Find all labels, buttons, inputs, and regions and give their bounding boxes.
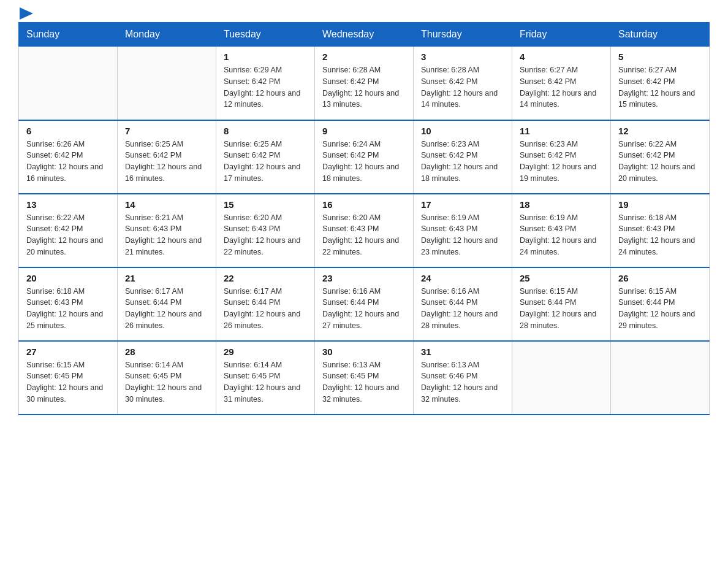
day-info: Sunrise: 6:28 AMSunset: 6:42 PMDaylight:…	[421, 64, 504, 110]
day-info: Sunrise: 6:27 AMSunset: 6:42 PMDaylight:…	[618, 64, 702, 110]
day-info: Sunrise: 6:28 AMSunset: 6:42 PMDaylight:…	[322, 64, 406, 110]
day-number: 4	[520, 52, 603, 62]
day-number: 25	[520, 273, 603, 283]
day-number: 22	[224, 273, 307, 283]
week-row: 1Sunrise: 6:29 AMSunset: 6:42 PMDaylight…	[19, 47, 710, 120]
day-info: Sunrise: 6:27 AMSunset: 6:42 PMDaylight:…	[520, 64, 603, 110]
logo-arrow-icon	[20, 7, 33, 20]
day-of-week-header: Monday	[118, 23, 216, 47]
calendar-cell: 24Sunrise: 6:16 AMSunset: 6:44 PMDayligh…	[414, 267, 512, 341]
page-header	[18, 12, 710, 16]
calendar-cell: 13Sunrise: 6:22 AMSunset: 6:42 PMDayligh…	[19, 194, 118, 267]
day-info: Sunrise: 6:20 AMSunset: 6:43 PMDaylight:…	[322, 212, 406, 258]
calendar-cell: 26Sunrise: 6:15 AMSunset: 6:44 PMDayligh…	[611, 267, 710, 341]
day-number: 11	[520, 126, 603, 136]
day-info: Sunrise: 6:25 AMSunset: 6:42 PMDaylight:…	[125, 139, 208, 185]
day-info: Sunrise: 6:17 AMSunset: 6:44 PMDaylight:…	[125, 286, 208, 332]
day-of-week-header: Friday	[512, 23, 611, 47]
day-info: Sunrise: 6:22 AMSunset: 6:42 PMDaylight:…	[618, 139, 702, 185]
day-info: Sunrise: 6:16 AMSunset: 6:44 PMDaylight:…	[322, 286, 406, 332]
day-info: Sunrise: 6:15 AMSunset: 6:44 PMDaylight:…	[520, 286, 603, 332]
week-row: 13Sunrise: 6:22 AMSunset: 6:42 PMDayligh…	[19, 194, 710, 267]
calendar-cell: 15Sunrise: 6:20 AMSunset: 6:43 PMDayligh…	[216, 194, 315, 267]
calendar-cell: 6Sunrise: 6:26 AMSunset: 6:42 PMDaylight…	[19, 120, 118, 194]
days-header-row: SundayMondayTuesdayWednesdayThursdayFrid…	[19, 23, 710, 47]
day-info: Sunrise: 6:15 AMSunset: 6:45 PMDaylight:…	[26, 359, 110, 405]
day-number: 5	[618, 52, 702, 62]
day-info: Sunrise: 6:19 AMSunset: 6:43 PMDaylight:…	[520, 212, 603, 258]
day-info: Sunrise: 6:23 AMSunset: 6:42 PMDaylight:…	[421, 139, 504, 185]
day-info: Sunrise: 6:14 AMSunset: 6:45 PMDaylight:…	[224, 359, 307, 405]
day-number: 3	[421, 52, 504, 62]
calendar-table: SundayMondayTuesdayWednesdayThursdayFrid…	[18, 22, 710, 415]
day-number: 8	[224, 126, 307, 136]
day-number: 20	[26, 273, 110, 283]
day-info: Sunrise: 6:25 AMSunset: 6:42 PMDaylight:…	[224, 139, 307, 185]
week-row: 27Sunrise: 6:15 AMSunset: 6:45 PMDayligh…	[19, 341, 710, 415]
day-number: 9	[322, 126, 406, 136]
svg-marker-0	[20, 7, 33, 20]
calendar-cell: 17Sunrise: 6:19 AMSunset: 6:43 PMDayligh…	[414, 194, 512, 267]
day-number: 2	[322, 52, 406, 62]
calendar-cell: 20Sunrise: 6:18 AMSunset: 6:43 PMDayligh…	[19, 267, 118, 341]
calendar-cell: 28Sunrise: 6:14 AMSunset: 6:45 PMDayligh…	[118, 341, 216, 415]
calendar-cell: 1Sunrise: 6:29 AMSunset: 6:42 PMDaylight…	[216, 47, 315, 120]
calendar-cell: 30Sunrise: 6:13 AMSunset: 6:45 PMDayligh…	[315, 341, 414, 415]
day-number: 31	[421, 347, 504, 357]
day-info: Sunrise: 6:19 AMSunset: 6:43 PMDaylight:…	[421, 212, 504, 258]
calendar-cell: 23Sunrise: 6:16 AMSunset: 6:44 PMDayligh…	[315, 267, 414, 341]
day-info: Sunrise: 6:29 AMSunset: 6:42 PMDaylight:…	[224, 64, 307, 110]
calendar-cell: 8Sunrise: 6:25 AMSunset: 6:42 PMDaylight…	[216, 120, 315, 194]
day-number: 14	[125, 199, 208, 210]
day-of-week-header: Tuesday	[216, 23, 315, 47]
day-number: 19	[618, 199, 702, 210]
calendar-cell: 16Sunrise: 6:20 AMSunset: 6:43 PMDayligh…	[315, 194, 414, 267]
calendar-cell: 10Sunrise: 6:23 AMSunset: 6:42 PMDayligh…	[414, 120, 512, 194]
calendar-cell: 21Sunrise: 6:17 AMSunset: 6:44 PMDayligh…	[118, 267, 216, 341]
calendar-cell: 2Sunrise: 6:28 AMSunset: 6:42 PMDaylight…	[315, 47, 414, 120]
day-number: 21	[125, 273, 208, 283]
calendar-cell: 29Sunrise: 6:14 AMSunset: 6:45 PMDayligh…	[216, 341, 315, 415]
day-number: 28	[125, 347, 208, 357]
day-number: 1	[224, 52, 307, 62]
day-info: Sunrise: 6:18 AMSunset: 6:43 PMDaylight:…	[26, 286, 110, 332]
day-info: Sunrise: 6:14 AMSunset: 6:45 PMDaylight:…	[125, 359, 208, 405]
day-info: Sunrise: 6:16 AMSunset: 6:44 PMDaylight:…	[421, 286, 504, 332]
calendar-cell	[611, 341, 710, 415]
calendar-cell: 7Sunrise: 6:25 AMSunset: 6:42 PMDaylight…	[118, 120, 216, 194]
calendar-cell: 31Sunrise: 6:13 AMSunset: 6:46 PMDayligh…	[414, 341, 512, 415]
calendar-cell: 3Sunrise: 6:28 AMSunset: 6:42 PMDaylight…	[414, 47, 512, 120]
day-info: Sunrise: 6:24 AMSunset: 6:42 PMDaylight:…	[322, 139, 406, 185]
calendar-cell: 14Sunrise: 6:21 AMSunset: 6:43 PMDayligh…	[118, 194, 216, 267]
day-info: Sunrise: 6:13 AMSunset: 6:45 PMDaylight:…	[322, 359, 406, 405]
day-info: Sunrise: 6:20 AMSunset: 6:43 PMDaylight:…	[224, 212, 307, 258]
day-of-week-header: Wednesday	[315, 23, 414, 47]
calendar-cell: 25Sunrise: 6:15 AMSunset: 6:44 PMDayligh…	[512, 267, 611, 341]
logo	[18, 12, 33, 16]
day-number: 16	[322, 199, 406, 210]
day-of-week-header: Thursday	[414, 23, 512, 47]
week-row: 6Sunrise: 6:26 AMSunset: 6:42 PMDaylight…	[19, 120, 710, 194]
week-row: 20Sunrise: 6:18 AMSunset: 6:43 PMDayligh…	[19, 267, 710, 341]
day-info: Sunrise: 6:21 AMSunset: 6:43 PMDaylight:…	[125, 212, 208, 258]
calendar-cell: 27Sunrise: 6:15 AMSunset: 6:45 PMDayligh…	[19, 341, 118, 415]
calendar-cell: 4Sunrise: 6:27 AMSunset: 6:42 PMDaylight…	[512, 47, 611, 120]
day-number: 29	[224, 347, 307, 357]
calendar-cell: 12Sunrise: 6:22 AMSunset: 6:42 PMDayligh…	[611, 120, 710, 194]
day-number: 6	[26, 126, 110, 136]
day-of-week-header: Sunday	[19, 23, 118, 47]
day-number: 24	[421, 273, 504, 283]
day-number: 12	[618, 126, 702, 136]
day-info: Sunrise: 6:18 AMSunset: 6:43 PMDaylight:…	[618, 212, 702, 258]
day-info: Sunrise: 6:23 AMSunset: 6:42 PMDaylight:…	[520, 139, 603, 185]
day-number: 30	[322, 347, 406, 357]
day-number: 18	[520, 199, 603, 210]
day-number: 7	[125, 126, 208, 136]
day-info: Sunrise: 6:17 AMSunset: 6:44 PMDaylight:…	[224, 286, 307, 332]
day-of-week-header: Saturday	[611, 23, 710, 47]
day-info: Sunrise: 6:13 AMSunset: 6:46 PMDaylight:…	[421, 359, 504, 405]
day-info: Sunrise: 6:22 AMSunset: 6:42 PMDaylight:…	[26, 212, 110, 258]
day-number: 23	[322, 273, 406, 283]
day-number: 27	[26, 347, 110, 357]
day-number: 17	[421, 199, 504, 210]
